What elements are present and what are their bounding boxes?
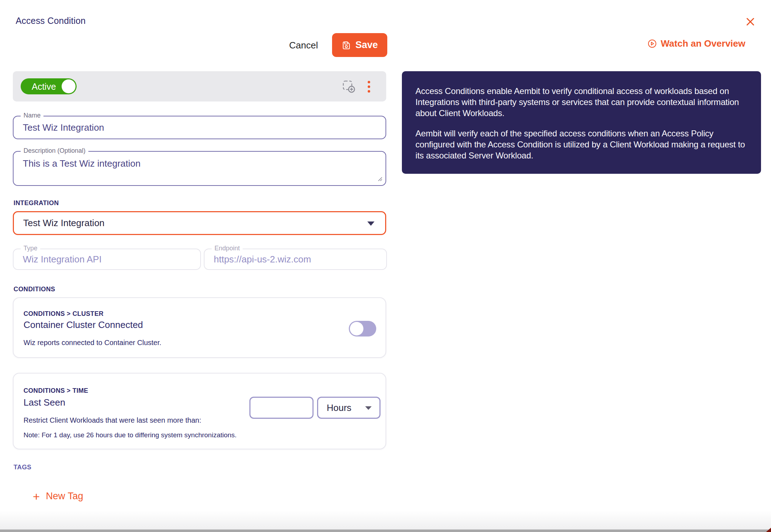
time-condition-note: Note: For 1 day, use 26 hours due to dif… [24, 431, 237, 439]
chevron-down-icon [367, 221, 374, 226]
tags-section-label: TAGS [14, 464, 31, 471]
cluster-condition-toggle[interactable] [349, 321, 376, 337]
page-title: Access Condition [16, 16, 86, 26]
watch-overview-label: Watch an Overview [661, 38, 745, 49]
integration-section-label: INTEGRATION [14, 199, 59, 207]
new-tag-label: New Tag [46, 491, 83, 502]
endpoint-field-wrapper: Endpoint [204, 249, 387, 270]
cluster-condition-card: CONDITIONS > CLUSTER Container Cluster C… [13, 297, 386, 358]
close-icon[interactable] [744, 16, 757, 28]
description-input[interactable]: This is a Test Wiz integration [14, 152, 386, 185]
save-button[interactable]: Save [332, 33, 387, 57]
time-condition-description: Restrict Client Workloads that were last… [24, 416, 201, 424]
name-field-label: Name [21, 112, 43, 119]
time-condition-card: CONDITIONS > TIME Last Seen Hours Restri… [13, 373, 386, 449]
name-input[interactable] [14, 116, 386, 139]
bottom-scrollbar[interactable] [0, 530, 771, 532]
last-seen-value-input[interactable] [249, 397, 314, 419]
cluster-toggle-knob [350, 322, 363, 335]
last-seen-unit-select[interactable]: Hours [317, 397, 381, 419]
resize-handle-icon[interactable] [377, 176, 382, 183]
new-tag-button[interactable]: + New Tag [33, 491, 83, 502]
last-seen-unit-value: Hours [327, 402, 351, 413]
integration-select-value: Test Wiz Integration [23, 218, 104, 229]
save-icon [341, 40, 351, 50]
endpoint-input [205, 249, 386, 269]
type-field-label: Type [21, 245, 40, 252]
active-toggle-label: Active [32, 81, 56, 92]
name-field-wrapper: Name [13, 116, 386, 139]
cluster-condition-description: Wiz reports connected to Container Clust… [24, 339, 161, 347]
watch-overview-link[interactable]: Watch an Overview [647, 38, 745, 49]
active-toggle[interactable]: Active [21, 78, 77, 94]
time-condition-breadcrumb: CONDITIONS > TIME [24, 387, 88, 395]
save-button-label: Save [355, 40, 378, 51]
type-input [14, 249, 200, 269]
info-panel-paragraph-1: Access Conditions enable Aembit to verif… [415, 85, 747, 119]
chevron-down-icon [365, 406, 372, 410]
cluster-condition-title: Container Cluster Connected [24, 319, 143, 330]
info-panel: Access Conditions enable Aembit to verif… [402, 71, 761, 174]
play-icon [647, 39, 657, 48]
cluster-condition-breadcrumb: CONDITIONS > CLUSTER [24, 310, 104, 318]
time-condition-title: Last Seen [24, 397, 65, 408]
cancel-button[interactable]: Cancel [286, 37, 321, 53]
endpoint-field-label: Endpoint [212, 245, 243, 252]
description-field-wrapper: Description (Optional) This is a Test Wi… [13, 151, 386, 186]
info-panel-paragraph-2: Aembit will verify each of the specified… [415, 128, 747, 161]
active-toggle-knob [62, 79, 76, 93]
status-bar: Active [13, 71, 386, 101]
plus-icon: + [33, 491, 40, 502]
bottom-fade [0, 511, 771, 530]
integration-select[interactable]: Test Wiz Integration [13, 211, 386, 235]
duplicate-icon[interactable] [341, 79, 356, 94]
kebab-menu-icon[interactable] [364, 78, 373, 95]
conditions-section-label: CONDITIONS [14, 286, 55, 293]
description-field-label: Description (Optional) [21, 147, 88, 155]
type-field-wrapper: Type [13, 249, 201, 270]
